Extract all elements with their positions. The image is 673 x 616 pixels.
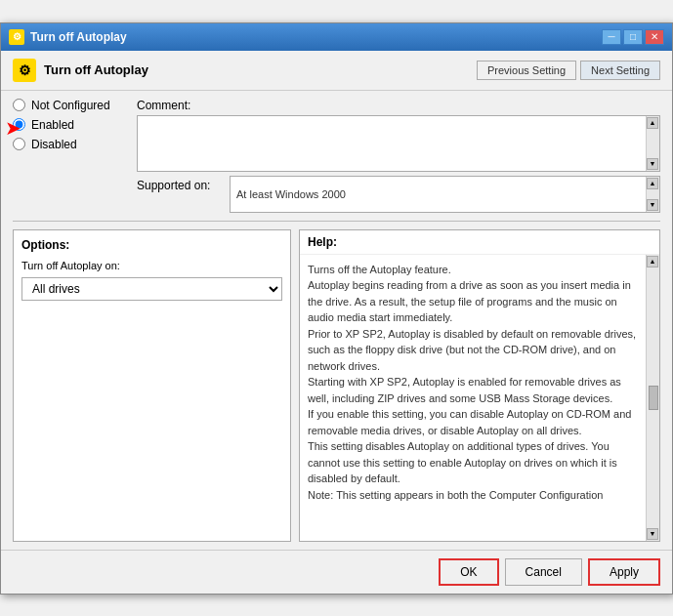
comment-scrollbar: ▲ ▼	[646, 116, 659, 171]
header-icon: ⚙	[13, 59, 36, 82]
divider	[13, 221, 660, 222]
main-window: ⚙ Turn off Autoplay ─ □ ✕ ⚙ Turn off Aut…	[0, 22, 673, 595]
radio-section: Not Configured Enabled ➤ Disabled	[13, 99, 125, 213]
options-panel: Options: Turn off Autoplay on: CD-ROM an…	[13, 229, 291, 542]
options-title: Options:	[21, 238, 282, 252]
help-p6: This setting disables Autoplay on additi…	[308, 438, 638, 487]
supported-scroll-down[interactable]: ▼	[647, 199, 658, 211]
help-p2: Autoplay begins reading from a drive as …	[308, 277, 638, 326]
cancel-button[interactable]: Cancel	[505, 558, 582, 586]
previous-setting-button[interactable]: Previous Setting	[477, 61, 576, 80]
comment-scroll-down[interactable]: ▼	[647, 158, 658, 170]
help-p3: Prior to XP SP2, Autoplay is disabled by…	[308, 326, 638, 375]
help-scrollbar: ▲ ▼	[646, 255, 659, 541]
supported-label: Supported on:	[137, 176, 230, 192]
close-button[interactable]: ✕	[645, 29, 664, 45]
minimize-button[interactable]: ─	[602, 29, 621, 45]
supported-scrollbar: ▲ ▼	[646, 177, 659, 212]
disabled-label[interactable]: Disabled	[31, 138, 77, 151]
comment-textarea[interactable]	[138, 116, 646, 170]
help-scroll-thumb[interactable]	[649, 386, 658, 410]
comment-supported-section: Comment: ▲ ▼ Supported on: At least Wind…	[137, 99, 660, 213]
help-body: Turns off the Autoplay feature. Autoplay…	[300, 255, 659, 541]
header-title-area: ⚙ Turn off Autoplay	[13, 59, 148, 82]
enabled-radio[interactable]	[13, 118, 25, 131]
disabled-row: Disabled	[13, 138, 125, 151]
help-scroll-down[interactable]: ▼	[647, 528, 658, 540]
help-p1: Turns off the Autoplay feature.	[308, 262, 638, 278]
header-bar: ⚙ Turn off Autoplay Previous Setting Nex…	[1, 51, 672, 91]
title-bar: ⚙ Turn off Autoplay ─ □ ✕	[1, 23, 672, 51]
help-text-area: Turns off the Autoplay feature. Autoplay…	[300, 255, 646, 541]
ok-button[interactable]: OK	[439, 558, 498, 586]
comment-box-wrapper: ▲ ▼	[137, 115, 660, 172]
help-p4: Starting with XP SP2, Autoplay is enable…	[308, 374, 638, 406]
apply-button[interactable]: Apply	[588, 558, 660, 586]
options-help-area: Options: Turn off Autoplay on: CD-ROM an…	[13, 229, 660, 542]
header-buttons: Previous Setting Next Setting	[477, 61, 660, 80]
autoplay-dropdown[interactable]: CD-ROM and removable media drives All dr…	[21, 277, 282, 301]
next-setting-button[interactable]: Next Setting	[580, 61, 660, 80]
not-configured-radio[interactable]	[13, 99, 25, 111]
help-title: Help:	[300, 230, 659, 255]
main-content: Not Configured Enabled ➤ Disabled Commen…	[1, 91, 672, 550]
title-controls: ─ □ ✕	[602, 29, 664, 45]
help-panel: Help: Turns off the Autoplay feature. Au…	[299, 229, 660, 542]
not-configured-row: Not Configured	[13, 99, 125, 112]
supported-scroll-up[interactable]: ▲	[647, 178, 658, 189]
enabled-row: Enabled ➤	[13, 118, 125, 132]
disabled-radio[interactable]	[13, 138, 25, 150]
title-bar-left: ⚙ Turn off Autoplay	[9, 29, 127, 45]
window-title: Turn off Autoplay	[30, 30, 127, 44]
header-title-text: Turn off Autoplay	[44, 62, 148, 77]
help-p7: Note: This setting appears in both the C…	[308, 487, 638, 504]
comment-scroll-up[interactable]: ▲	[647, 117, 658, 129]
comment-label: Comment:	[137, 99, 660, 112]
not-configured-label[interactable]: Not Configured	[31, 99, 110, 112]
supported-value: At least Windows 2000	[231, 177, 646, 212]
help-scroll-up[interactable]: ▲	[647, 256, 658, 267]
options-sub-label: Turn off Autoplay on:	[21, 260, 282, 271]
enabled-label[interactable]: Enabled	[31, 118, 74, 132]
help-p5: If you enable this setting, you can disa…	[308, 406, 638, 438]
maximize-button[interactable]: □	[623, 29, 643, 45]
supported-box-wrapper: At least Windows 2000 ▲ ▼	[230, 176, 660, 213]
window-icon: ⚙	[9, 29, 24, 45]
supported-section: Supported on: At least Windows 2000 ▲ ▼	[137, 176, 660, 213]
footer: OK Cancel Apply	[1, 550, 672, 594]
